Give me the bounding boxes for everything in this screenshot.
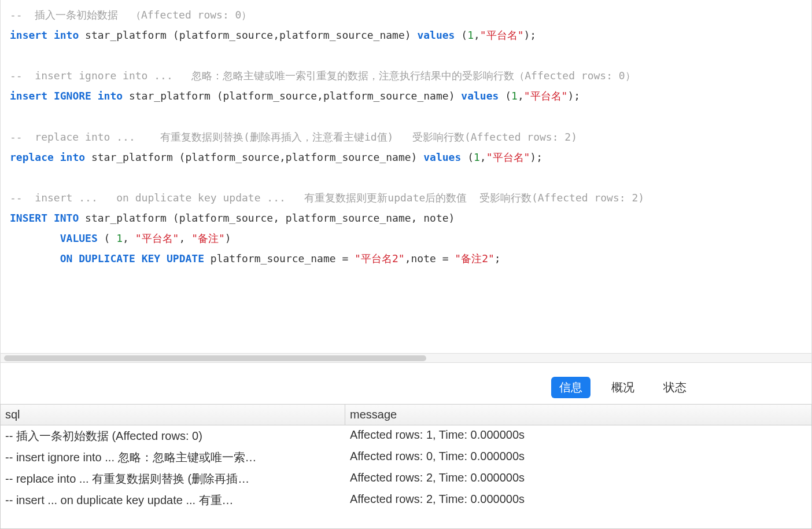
code-token: star_platform (platform_source, platform…	[79, 212, 455, 224]
tab-0[interactable]: 信息	[551, 377, 590, 398]
code-token: "平台名"	[486, 151, 530, 163]
code-token: values	[461, 90, 499, 102]
results-row[interactable]: -- 插入一条初始数据 (Affected rows: 0)Affected r…	[1, 425, 811, 447]
code-token: "平台名"	[480, 29, 524, 41]
code-token: 1	[511, 90, 518, 102]
code-token: 1	[467, 29, 474, 41]
code-token: -- 插入一条初始数据 （Affected rows: 0）	[10, 9, 252, 21]
code-token	[54, 151, 60, 163]
code-token	[47, 29, 54, 41]
code-token: -- replace into ... 有重复数据则替换(删除再插入，注意看主键…	[10, 131, 577, 143]
code-token: into	[60, 151, 85, 163]
code-token: UPDATE	[167, 252, 204, 264]
code-token	[10, 252, 60, 264]
divider	[0, 363, 812, 371]
code-token	[10, 232, 60, 244]
tab-1[interactable]: 概况	[603, 377, 643, 398]
code-token: VALUES	[60, 232, 98, 244]
results-header-message[interactable]: message	[345, 405, 811, 425]
code-token: ,	[179, 232, 191, 244]
code-token: insert	[10, 29, 47, 41]
sql-editor[interactable]: -- 插入一条初始数据 （Affected rows: 0）insert int…	[0, 0, 812, 354]
code-line[interactable]: insert into star_platform (platform_sour…	[10, 25, 802, 45]
results-row[interactable]: -- insert ignore into ... 忽略：忽略主键或唯一索…Af…	[1, 447, 811, 468]
results-cell-message: Affected rows: 2, Time: 0.000000s	[345, 468, 811, 490]
code-token: into	[54, 29, 79, 41]
code-token: ON	[60, 252, 73, 264]
code-line[interactable]: -- 插入一条初始数据 （Affected rows: 0）	[10, 5, 802, 25]
code-token: );	[567, 90, 580, 102]
code-token: "备注2"	[455, 252, 494, 264]
code-token: );	[524, 29, 537, 41]
code-line[interactable]	[10, 167, 802, 188]
code-token: 1	[474, 151, 480, 163]
results-row[interactable]: -- replace into ... 有重复数据则替换 (删除再插…Affec…	[1, 468, 811, 490]
code-line[interactable]: insert IGNORE into star_platform (platfo…	[10, 86, 802, 106]
code-token: INTO	[54, 212, 79, 224]
code-line[interactable]	[10, 106, 802, 126]
code-token: star_platform (platform_source,platform_…	[79, 29, 417, 41]
code-token	[135, 252, 142, 264]
code-token: INSERT	[10, 212, 47, 224]
code-token: DUPLICATE	[79, 252, 135, 264]
code-token: IGNORE	[54, 90, 91, 102]
code-token: (	[499, 90, 511, 102]
code-token: ,	[123, 232, 135, 244]
results-row[interactable]: -- insert ... on duplicate key update ..…	[1, 490, 811, 511]
code-token: ;	[494, 252, 501, 264]
code-token: KEY	[142, 252, 161, 264]
code-token: "备注"	[191, 232, 225, 244]
code-line[interactable]: -- insert ignore into ... 忽略：忽略主键或唯一索引重复…	[10, 65, 802, 86]
tab-2[interactable]: 状态	[655, 377, 695, 398]
code-token: -- insert ... on duplicate key update ..…	[10, 192, 644, 204]
code-token: 1	[116, 232, 123, 244]
horizontal-scrollbar-track[interactable]	[0, 354, 812, 363]
code-line[interactable]	[10, 45, 802, 65]
code-token: values	[423, 151, 461, 163]
code-token	[72, 252, 79, 264]
results-cell-sql: -- 插入一条初始数据 (Affected rows: 0)	[1, 425, 345, 447]
code-token	[91, 90, 98, 102]
code-line[interactable]: -- replace into ... 有重复数据则替换(删除再插入，注意看主键…	[10, 127, 802, 147]
results-cell-sql: -- insert ... on duplicate key update ..…	[1, 490, 345, 511]
results-cell-message: Affected rows: 1, Time: 0.000000s	[345, 425, 811, 447]
results-cell-message: Affected rows: 2, Time: 0.000000s	[345, 490, 811, 511]
code-line[interactable]: VALUES ( 1, "平台名", "备注")	[10, 228, 802, 248]
results-header: sql message	[1, 405, 811, 425]
code-token	[47, 90, 54, 102]
code-token: (	[455, 29, 467, 41]
results-header-sql[interactable]: sql	[1, 405, 345, 425]
code-line[interactable]: INSERT INTO star_platform (platform_sour…	[10, 208, 802, 228]
results-cell-sql: -- insert ignore into ... 忽略：忽略主键或唯一索…	[1, 447, 345, 468]
code-token: replace	[10, 151, 54, 163]
code-token: ,	[474, 29, 480, 41]
code-token: "平台名"	[524, 90, 568, 102]
code-token: (	[98, 232, 117, 244]
code-token: values	[417, 29, 455, 41]
code-line[interactable]: ON DUPLICATE KEY UPDATE platform_source_…	[10, 248, 802, 269]
code-token: "平台名2"	[355, 252, 405, 264]
horizontal-scrollbar-thumb[interactable]	[4, 355, 426, 361]
code-token: "平台名"	[135, 232, 179, 244]
code-token: -- insert ignore into ... 忽略：忽略主键或唯一索引重复…	[10, 69, 636, 82]
code-token: (	[461, 151, 474, 163]
code-token	[47, 212, 54, 224]
code-token: star_platform (platform_source,platform_…	[123, 90, 461, 102]
code-line[interactable]: replace into star_platform (platform_sou…	[10, 147, 802, 167]
code-token: platform_source_name =	[204, 252, 355, 264]
results-cell-message: Affected rows: 0, Time: 0.000000s	[345, 447, 811, 468]
code-token: insert	[10, 90, 47, 102]
code-token: ,note =	[405, 252, 455, 264]
code-token: star_platform (platform_source,platform_…	[85, 151, 423, 163]
code-token: ,	[480, 151, 486, 163]
results-panel: sql message -- 插入一条初始数据 (Affected rows: …	[0, 404, 812, 529]
code-token: ,	[518, 90, 524, 102]
result-tabs-bar: 信息概况状态	[0, 371, 812, 404]
code-token	[160, 252, 167, 264]
code-line[interactable]: -- insert ... on duplicate key update ..…	[10, 188, 802, 208]
code-token: )	[225, 232, 231, 244]
code-token: );	[530, 151, 542, 163]
code-token: into	[98, 90, 123, 102]
results-cell-sql: -- replace into ... 有重复数据则替换 (删除再插…	[1, 468, 345, 490]
